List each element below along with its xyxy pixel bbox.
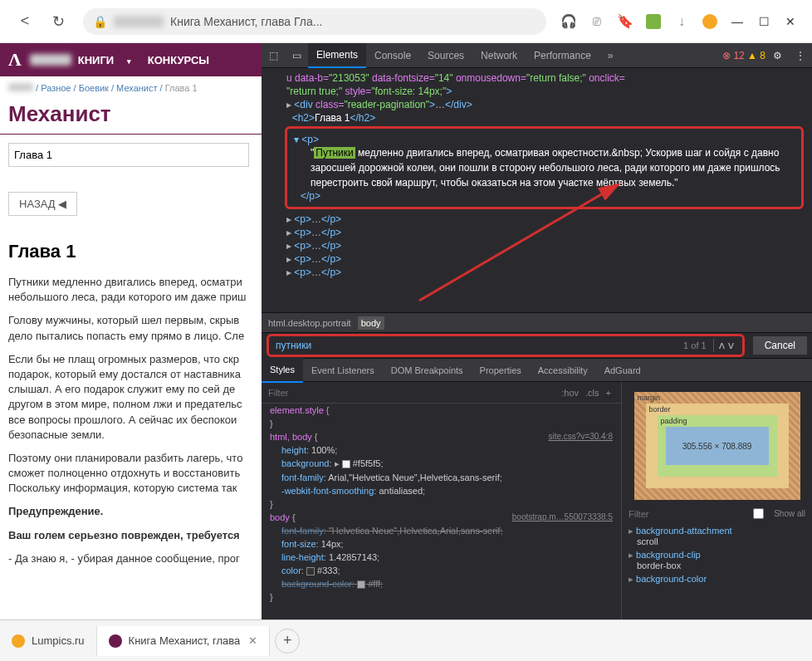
tab-lumpics[interactable]: Lumpics.ru xyxy=(0,626,97,656)
chapter-select[interactable]: Глава 1 xyxy=(8,143,249,167)
dom-tree[interactable]: u data-b="213053" data-fontsize="14" onm… xyxy=(262,68,812,312)
cancel-button[interactable]: Cancel xyxy=(753,336,807,355)
breadcrumb: / Разное / Боевик / Механист / Глава 1 xyxy=(0,76,262,100)
tab-more[interactable]: » xyxy=(599,43,622,68)
add-rule[interactable]: + xyxy=(606,388,611,398)
computed-prop[interactable]: background-attachmentscroll xyxy=(629,524,805,548)
tab-elements[interactable]: Elements xyxy=(308,43,366,68)
subtab-styles[interactable]: Styles xyxy=(262,358,303,383)
devtools-panel: ⬚ ▭ Elements Console Sources Network Per… xyxy=(262,43,812,619)
paragraph: Голову мужчины, который шел первым, скры… xyxy=(0,309,262,347)
crumb-2[interactable]: Боевик xyxy=(79,83,109,93)
paragraph: - Да знаю я, - убирая данное сообщение, … xyxy=(0,547,262,570)
nav-books[interactable]: КНИГИ xyxy=(78,54,114,66)
address-bar[interactable]: 🔒 Книга Механист, глава Гла... xyxy=(83,8,546,35)
tab-sources[interactable]: Sources xyxy=(419,43,472,68)
browser-tabs: Lumpics.ru Книга Механист, глава ✕ + xyxy=(0,619,812,661)
device-icon[interactable]: ▭ xyxy=(285,50,308,61)
webpage-content: Λ КНИГИ▾ КОНКУРСЫ / Разное / Боевик / Ме… xyxy=(0,43,262,619)
close-button[interactable]: ✕ xyxy=(777,8,804,35)
tab-network[interactable]: Network xyxy=(472,43,526,68)
page-title: Механист xyxy=(0,100,262,135)
crumb-4: Глава 1 xyxy=(165,83,198,93)
nav-contests[interactable]: КОНКУРСЫ xyxy=(148,54,209,66)
dom-breadcrumb[interactable]: html.desktop.portrait body xyxy=(262,312,812,332)
tab-book[interactable]: Книга Механист, глава ✕ xyxy=(97,626,271,656)
search-count: 1 of 1 xyxy=(683,340,707,350)
gear-icon[interactable]: ⚙ xyxy=(766,50,789,61)
site-nav: КНИГИ▾ КОНКУРСЫ xyxy=(71,54,216,66)
hov-toggle[interactable]: :hov xyxy=(561,388,579,398)
minimize-button[interactable]: — xyxy=(724,8,751,35)
bookmark-icon[interactable]: 🔖 xyxy=(614,10,637,33)
subtab-acc[interactable]: Accessibility xyxy=(530,358,596,383)
subtab-dom[interactable]: DOM Breakpoints xyxy=(383,358,472,383)
search-highlight: Путники xyxy=(314,147,355,159)
subtab-adguard[interactable]: AdGuard xyxy=(596,358,649,383)
close-tab-icon[interactable]: ✕ xyxy=(248,634,257,647)
paragraph: Поэтому они планировали разбить лагерь, … xyxy=(0,447,262,501)
refresh-button[interactable]: ↻ xyxy=(46,9,71,34)
more-icon[interactable]: ⋮ xyxy=(789,50,812,61)
chapter-heading: Глава 1 xyxy=(0,233,262,271)
favicon xyxy=(109,634,122,648)
search-next[interactable]: ᐯ xyxy=(726,341,736,350)
computed-prop[interactable]: background-color xyxy=(629,572,805,586)
tab-performance[interactable]: Performance xyxy=(526,43,599,68)
computed-panel: margin border padding 305.556 × 708.889 … xyxy=(621,382,812,619)
tab-console[interactable]: Console xyxy=(366,43,419,68)
styles-subtabs: Styles Event Listeners DOM Breakpoints P… xyxy=(262,359,812,382)
paragraph: Если бы не плащ огромных размеров, что с… xyxy=(0,348,262,447)
search-box-highlight: 1 of 1 ᐱ ᐯ xyxy=(267,334,745,357)
styles-panel[interactable]: :hov .cls + element.style { } site.css?v… xyxy=(262,382,621,619)
crumb-3[interactable]: Механист xyxy=(116,83,157,93)
search-prev[interactable]: ᐱ xyxy=(717,341,726,350)
browser-toolbar: < ↻ 🔒 Книга Механист, глава Гла... 🎧 ⎚ 🔖… xyxy=(0,0,812,43)
back-button[interactable]: < xyxy=(12,9,37,34)
cls-toggle[interactable]: .cls xyxy=(585,388,599,398)
headphones-icon[interactable]: 🎧 xyxy=(557,10,580,33)
url-blurred xyxy=(114,16,164,27)
styles-filter[interactable] xyxy=(268,388,558,398)
paragraph: Путники медленно двигались вперед, осмат… xyxy=(0,271,262,309)
maximize-button[interactable]: ☐ xyxy=(751,8,777,35)
extension-icon[interactable] xyxy=(642,10,665,33)
new-tab-button[interactable]: + xyxy=(275,629,300,654)
download-icon[interactable]: ↓ xyxy=(670,10,693,33)
paragraph: Ваш голем серьезно поврежден, требуется xyxy=(0,524,262,547)
box-model[interactable]: margin border padding 305.556 × 708.889 xyxy=(634,392,800,500)
lock-icon: 🔒 xyxy=(93,15,107,28)
search-row: 1 of 1 ᐱ ᐯ Cancel xyxy=(262,332,812,359)
error-count[interactable]: ⊗ 12 ▲ 8 xyxy=(722,50,766,61)
crumb-1[interactable]: Разное xyxy=(41,83,71,93)
search-input[interactable] xyxy=(276,340,683,351)
inspect-icon[interactable]: ⬚ xyxy=(262,50,285,61)
sliders-icon[interactable]: ⎚ xyxy=(585,10,609,33)
computed-prop[interactable]: background-clipborder-box xyxy=(629,548,805,572)
site-header: Λ КНИГИ▾ КОНКУРСЫ xyxy=(0,43,262,76)
computed-filter[interactable] xyxy=(629,509,743,519)
page-title-text: Книга Механист, глава Гла... xyxy=(170,15,322,28)
adguard-icon[interactable] xyxy=(698,10,722,33)
subtab-event[interactable]: Event Listeners xyxy=(303,358,383,383)
showall-check[interactable] xyxy=(743,508,774,519)
blurred xyxy=(30,54,71,66)
back-nav-button[interactable]: НАЗАД ◀ xyxy=(8,192,77,216)
favicon xyxy=(12,634,25,648)
highlighted-element: ▾ <p> "Путники медленно двигались вперед… xyxy=(285,126,804,209)
site-logo[interactable]: Λ xyxy=(8,49,22,71)
paragraph: Предупреждение. xyxy=(0,500,262,523)
devtools-tabs: ⬚ ▭ Elements Console Sources Network Per… xyxy=(262,43,812,68)
subtab-prop[interactable]: Properties xyxy=(472,358,530,383)
